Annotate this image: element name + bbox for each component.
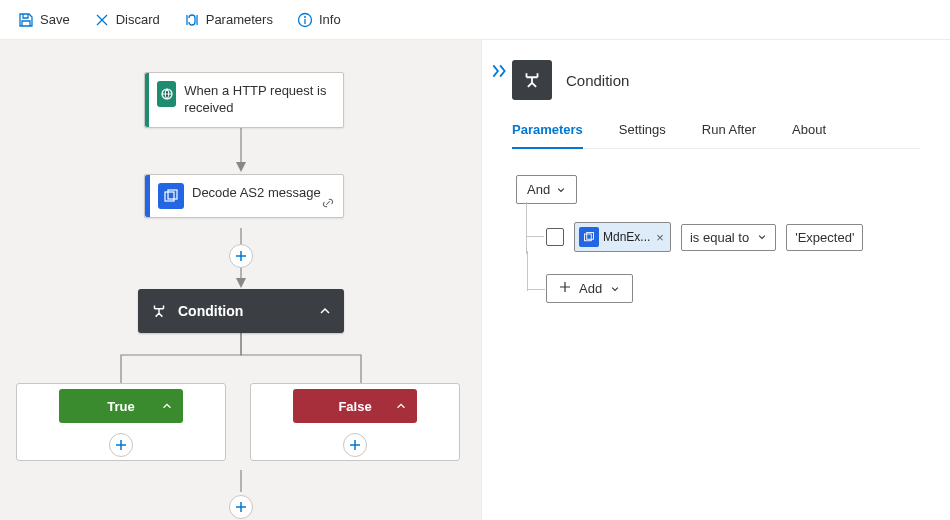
false-branch[interactable]: False xyxy=(250,383,460,461)
add-step-bottom-button[interactable] xyxy=(229,495,253,519)
node-label: Decode AS2 message xyxy=(184,175,333,212)
node-label: When a HTTP request is received xyxy=(176,73,343,127)
svg-rect-9 xyxy=(168,190,177,199)
condition-node[interactable]: Condition xyxy=(138,289,344,333)
tab-run-after[interactable]: Run After xyxy=(702,122,756,148)
token-source-icon xyxy=(579,227,599,247)
false-label: False xyxy=(338,399,371,414)
tab-parameters[interactable]: Parameters xyxy=(512,122,583,149)
info-label: Info xyxy=(319,12,341,27)
true-branch[interactable]: True xyxy=(16,383,226,461)
panel-title: Condition xyxy=(566,72,629,89)
tab-about[interactable]: About xyxy=(792,122,826,148)
discard-icon xyxy=(94,12,110,28)
add-label: Add xyxy=(579,281,602,296)
link-icon xyxy=(321,196,335,213)
collapse-panel-button[interactable] xyxy=(490,62,508,83)
svg-point-1 xyxy=(304,16,306,18)
chevron-up-icon xyxy=(395,400,407,412)
designer-canvas[interactable]: When a HTTP request is received Decode A… xyxy=(0,40,482,520)
logic-operator-dropdown[interactable]: And xyxy=(516,175,577,204)
value-input[interactable]: 'Expected' xyxy=(786,224,863,251)
http-icon xyxy=(157,81,177,107)
svg-marker-3 xyxy=(236,162,246,172)
svg-rect-10 xyxy=(585,234,592,241)
action-node-decode-as2[interactable]: Decode AS2 message xyxy=(144,174,344,218)
svg-rect-11 xyxy=(587,233,594,240)
token-remove-button[interactable]: × xyxy=(654,230,666,245)
info-icon xyxy=(297,12,313,28)
token-label: MdnEx... xyxy=(603,230,650,244)
add-action-true-button[interactable] xyxy=(109,433,133,457)
parameters-button[interactable]: Parameters xyxy=(174,6,283,34)
chevron-down-icon xyxy=(757,232,767,242)
comparison-operator-dropdown[interactable]: is equal to xyxy=(681,224,776,251)
plus-icon xyxy=(559,281,571,296)
add-condition-button[interactable]: Add xyxy=(546,274,633,303)
node-accent xyxy=(145,175,150,217)
decode-icon xyxy=(158,183,184,209)
svg-marker-5 xyxy=(236,278,246,288)
add-action-false-button[interactable] xyxy=(343,433,367,457)
logic-operator-label: And xyxy=(527,182,550,197)
tab-settings[interactable]: Settings xyxy=(619,122,666,148)
discard-label: Discard xyxy=(116,12,160,27)
chevron-up-icon xyxy=(318,304,332,318)
condition-label: Condition xyxy=(178,303,243,319)
condition-row: MdnEx... × is equal to 'Expected' xyxy=(546,222,920,252)
panel-tabs: Parameters Settings Run After About xyxy=(512,122,920,149)
condition-icon xyxy=(150,302,168,320)
node-accent xyxy=(145,73,149,127)
save-icon xyxy=(18,12,34,28)
details-panel: Condition Parameters Settings Run After … xyxy=(482,40,950,520)
insert-step-button[interactable] xyxy=(229,244,253,268)
value-text: 'Expected' xyxy=(795,230,854,245)
svg-rect-8 xyxy=(165,192,174,201)
info-button[interactable]: Info xyxy=(287,6,351,34)
save-label: Save xyxy=(40,12,70,27)
parameters-label: Parameters xyxy=(206,12,273,27)
panel-icon xyxy=(512,60,552,100)
operator-label: is equal to xyxy=(690,230,749,245)
chevron-up-icon xyxy=(161,400,173,412)
toolbar: Save Discard Parameters Info xyxy=(0,0,950,40)
chevron-down-icon xyxy=(610,284,620,294)
discard-button[interactable]: Discard xyxy=(84,6,170,34)
false-branch-header[interactable]: False xyxy=(293,389,417,423)
trigger-node-http[interactable]: When a HTTP request is received xyxy=(144,72,344,128)
condition-expression: And MdnEx... × is equal to xyxy=(512,175,920,303)
operand-token[interactable]: MdnEx... × xyxy=(574,222,671,252)
save-button[interactable]: Save xyxy=(8,6,80,34)
chevron-down-icon xyxy=(556,185,566,195)
true-branch-header[interactable]: True xyxy=(59,389,183,423)
parameters-icon xyxy=(184,12,200,28)
row-checkbox[interactable] xyxy=(546,228,564,246)
true-label: True xyxy=(107,399,134,414)
